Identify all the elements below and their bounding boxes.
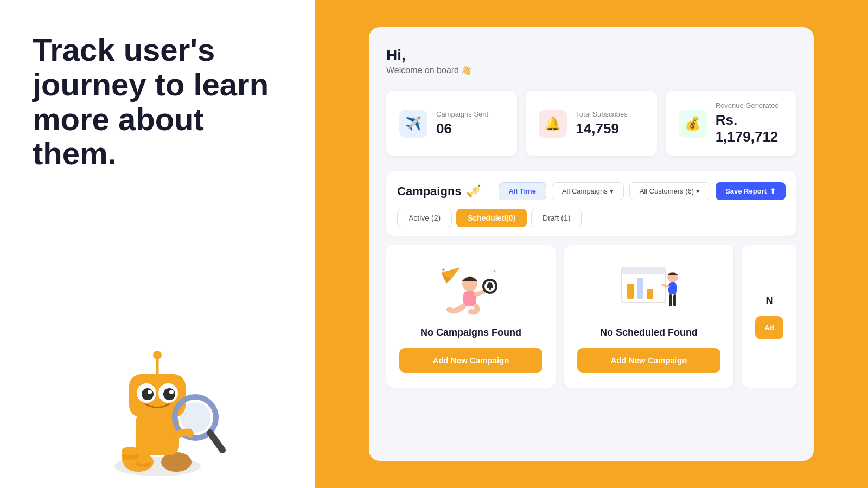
svg-text:★: ★ xyxy=(493,269,496,274)
stat-info-revenue: Revenue Generated Rs. 1,179,712 xyxy=(716,101,783,145)
no-scheduled-illustration xyxy=(616,262,681,316)
revenue-icon: 💰 xyxy=(679,110,707,138)
add-new-campaign-button-1[interactable]: Add New Campaign xyxy=(399,348,542,373)
svg-point-6 xyxy=(153,351,162,359)
svg-point-14 xyxy=(180,402,210,433)
stat-value-campaigns: 06 xyxy=(436,120,488,137)
stat-label-subscribes: Total Subscribes xyxy=(576,110,627,118)
partial-card: N Ad xyxy=(742,245,796,388)
stats-row: ✈️ Campaigns Sent 06 🔔 Total Subscribes … xyxy=(386,91,796,156)
chevron-down-icon-2: ▾ xyxy=(696,187,700,195)
all-time-filter[interactable]: All Time xyxy=(499,182,546,200)
greeting-section: Hi, Welcome on board 👋 xyxy=(386,47,796,75)
cards-grid: ★ ★ No Campaigns Found Add New Campaign xyxy=(386,245,796,388)
stat-card-subscribes: 🔔 Total Subscribes 14,759 xyxy=(526,91,656,156)
all-campaigns-filter[interactable]: All Campaigns ▾ xyxy=(552,182,624,200)
download-icon: ⬆ xyxy=(770,187,776,195)
right-panel: Hi, Welcome on board 👋 ✈️ Campaigns Sent… xyxy=(315,0,868,488)
campaigns-filters: All Time All Campaigns ▾ All Customers (… xyxy=(499,182,786,200)
subscribes-icon: 🔔 xyxy=(539,110,567,138)
campaigns-title: Campaigns 🎺 xyxy=(397,184,481,198)
campaigns-emoji: 🎺 xyxy=(466,184,481,198)
svg-rect-37 xyxy=(669,294,672,306)
campaigns-section: Campaigns 🎺 All Time All Campaigns ▾ All… xyxy=(386,171,796,236)
svg-rect-34 xyxy=(647,289,653,299)
svg-point-10 xyxy=(163,388,175,400)
stat-label-revenue: Revenue Generated xyxy=(716,101,783,110)
active-tab[interactable]: Active (2) xyxy=(397,209,452,227)
no-campaigns-illustration: ★ ★ xyxy=(438,262,503,316)
robot-illustration xyxy=(33,282,282,488)
svg-rect-33 xyxy=(637,278,643,299)
dashboard-card: Hi, Welcome on board 👋 ✈️ Campaigns Sent… xyxy=(369,27,814,461)
scheduled-tab[interactable]: Scheduled(0) xyxy=(456,209,527,227)
robot-svg xyxy=(81,314,233,488)
no-scheduled-card: No Scheduled Found Add New Campaign xyxy=(564,245,733,388)
partial-title: N xyxy=(766,295,773,306)
stat-info-campaigns: Campaigns Sent 06 xyxy=(436,110,488,137)
save-report-button[interactable]: Save Report ⬆ xyxy=(716,182,786,200)
svg-point-11 xyxy=(148,390,152,394)
stat-value-subscribes: 14,759 xyxy=(576,120,627,137)
stat-info-subscribes: Total Subscribes 14,759 xyxy=(576,110,627,137)
add-new-campaign-button-2[interactable]: Add New Campaign xyxy=(577,348,720,373)
svg-rect-31 xyxy=(622,267,665,274)
svg-rect-27 xyxy=(489,288,491,290)
campaigns-sent-icon: ✈️ xyxy=(399,110,427,138)
greeting-sub: Welcome on board 👋 xyxy=(386,65,796,75)
campaigns-header: Campaigns 🎺 All Time All Campaigns ▾ All… xyxy=(397,182,786,200)
no-scheduled-title: No Scheduled Found xyxy=(600,327,698,338)
greeting-hi: Hi, xyxy=(386,47,796,64)
svg-rect-32 xyxy=(627,284,634,299)
add-new-campaign-button-3[interactable]: Ad xyxy=(755,316,783,339)
svg-rect-36 xyxy=(668,282,677,294)
left-panel: Track user's journey to learn more about… xyxy=(0,0,315,488)
stat-card-campaigns-sent: ✈️ Campaigns Sent 06 xyxy=(386,91,517,156)
campaigns-label: Campaigns xyxy=(397,184,462,198)
svg-point-18 xyxy=(122,447,139,455)
svg-rect-24 xyxy=(463,291,476,306)
draft-tab[interactable]: Draft (1) xyxy=(531,209,582,227)
stat-label-campaigns: Campaigns Sent xyxy=(436,110,488,118)
tabs-row: Active (2) Scheduled(0) Draft (1) xyxy=(397,209,786,227)
chevron-down-icon: ▾ xyxy=(610,187,614,195)
all-customers-filter[interactable]: All Customers (6) ▾ xyxy=(629,182,710,200)
no-campaigns-title: No Campaigns Found xyxy=(420,327,521,338)
svg-point-12 xyxy=(169,390,174,394)
svg-rect-38 xyxy=(673,294,676,306)
no-campaigns-card: ★ ★ No Campaigns Found Add New Campaign xyxy=(386,245,556,388)
stat-value-revenue: Rs. 1,179,712 xyxy=(716,112,783,145)
svg-text:★: ★ xyxy=(441,267,446,273)
svg-point-20 xyxy=(136,456,151,464)
svg-line-15 xyxy=(210,433,222,450)
svg-point-9 xyxy=(142,388,154,400)
stat-card-revenue: 💰 Revenue Generated Rs. 1,179,712 xyxy=(666,91,796,156)
hero-title: Track user's journey to learn more about… xyxy=(33,33,282,171)
